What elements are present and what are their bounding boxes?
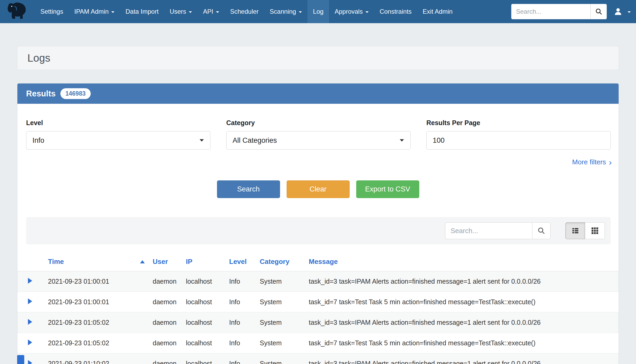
nav-item-label: Exit Admin <box>423 8 452 15</box>
filter-level: Level Info <box>26 119 210 150</box>
chevron-down-icon <box>628 11 631 13</box>
page-content: Logs Results 146983 Level Info Category … <box>0 23 636 364</box>
nav-item-label: Scanning <box>270 8 296 15</box>
cell-category: System <box>257 353 306 364</box>
navbar-right <box>511 0 636 23</box>
nav-item-label: Approvals <box>335 8 363 15</box>
row-expand-cell[interactable] <box>17 312 45 333</box>
cell-category: System <box>257 271 306 292</box>
grid-view-icon <box>591 227 599 235</box>
expand-arrow-icon <box>28 319 32 325</box>
actions-row: Search Clear Export to CSV <box>17 180 619 198</box>
cell-time: 2021-09-23 01:00:01 <box>45 292 150 312</box>
cell-message: task_id=3 task=IPAM Alerts action=finish… <box>306 271 619 292</box>
category-select[interactable]: All Categories <box>226 131 411 150</box>
row-expand-cell[interactable] <box>17 333 45 353</box>
nav-item-ipam-admin[interactable]: IPAM Admin <box>69 0 120 23</box>
cell-level: Info <box>226 292 257 312</box>
nav-item-label: Log <box>313 8 324 15</box>
chevron-down-icon <box>111 11 114 13</box>
column-header-level[interactable]: Level <box>226 253 257 271</box>
cell-user: daemon <box>150 312 183 333</box>
cell-message: task_id=7 task=Test Task 5 min action=fi… <box>306 292 619 312</box>
navbar-search-input[interactable] <box>511 4 590 19</box>
cell-ip: localhost <box>183 292 226 312</box>
nav-item-label: Scheduler <box>230 8 259 15</box>
results-per-page-input[interactable] <box>426 131 611 150</box>
nav-item-api[interactable]: API <box>197 0 225 23</box>
cell-ip: localhost <box>183 353 226 364</box>
nav-item-log[interactable]: Log <box>307 0 329 23</box>
cell-ip: localhost <box>183 271 226 292</box>
grid-view-button[interactable] <box>585 222 605 239</box>
per-page-label: Results Per Page <box>426 119 611 127</box>
cell-message: task_id=3 task=IPAM Alerts action=finish… <box>306 312 619 333</box>
filter-category: Category All Categories <box>226 119 411 150</box>
nav-item-label: Data Import <box>126 8 158 15</box>
search-icon <box>537 227 545 235</box>
bottom-left-button[interactable] <box>17 355 24 364</box>
cell-category: System <box>257 312 306 333</box>
level-select-value: Info <box>32 136 44 145</box>
table-row: 2021-09-23 01:05:02 daemon localhost Inf… <box>17 312 619 333</box>
user-menu[interactable] <box>614 7 631 16</box>
search-icon <box>595 8 603 15</box>
expand-arrow-icon <box>28 278 32 284</box>
navbar-search-group <box>511 4 607 19</box>
column-header-label: IP <box>186 258 192 265</box>
search-button[interactable]: Search <box>217 180 280 198</box>
app-logo[interactable] <box>0 0 35 23</box>
column-header-expand <box>17 253 45 271</box>
cell-level: Info <box>226 271 257 292</box>
nav-item-scheduler[interactable]: Scheduler <box>225 0 264 23</box>
cell-user: daemon <box>150 333 183 353</box>
list-view-icon <box>571 227 579 235</box>
nav-item-label: Constraints <box>380 8 412 15</box>
clear-button[interactable]: Clear <box>287 180 350 198</box>
page-title: Logs <box>27 52 50 64</box>
navbar-search-button[interactable] <box>590 4 607 19</box>
nav-item-constraints[interactable]: Constraints <box>374 0 417 23</box>
table-search-group <box>445 222 551 239</box>
table-search-input[interactable] <box>445 222 532 239</box>
nav-item-users[interactable]: Users <box>164 0 197 23</box>
table-search-button[interactable] <box>532 222 551 239</box>
more-filters-label: More filters <box>572 158 606 166</box>
column-header-label: User <box>153 258 168 265</box>
nav-item-approvals[interactable]: Approvals <box>329 0 374 23</box>
more-filters-row: More filters › <box>17 150 619 166</box>
nav-item-scanning[interactable]: Scanning <box>264 0 307 23</box>
export-csv-button[interactable]: Export to CSV <box>356 180 419 198</box>
more-filters-link[interactable]: More filters › <box>572 158 612 166</box>
view-toggle-group <box>565 222 605 239</box>
results-panel: Results 146983 Level Info Category All C… <box>17 83 619 364</box>
nav-item-label: API <box>203 8 213 15</box>
row-expand-cell[interactable] <box>17 292 45 312</box>
user-icon <box>614 7 623 16</box>
cell-message: task_id=3 task=IPAM Alerts action=finish… <box>306 353 619 364</box>
column-header-category[interactable]: Category <box>257 253 306 271</box>
nav-item-label: Users <box>170 8 186 15</box>
page-header: Logs <box>17 46 619 70</box>
results-panel-header: Results 146983 <box>17 83 619 104</box>
row-expand-cell[interactable] <box>17 271 45 292</box>
results-title: Results <box>26 89 56 99</box>
cell-ip: localhost <box>183 312 226 333</box>
column-header-message[interactable]: Message <box>306 253 619 271</box>
sort-ascending-icon <box>140 260 145 263</box>
category-label: Category <box>226 119 411 127</box>
column-header-label: Message <box>309 258 338 265</box>
expand-arrow-icon <box>28 298 32 304</box>
nav-item-data-import[interactable]: Data Import <box>120 0 164 23</box>
cell-category: System <box>257 333 306 353</box>
nav-item-exit-admin[interactable]: Exit Admin <box>417 0 458 23</box>
list-view-button[interactable] <box>565 222 585 239</box>
level-select[interactable]: Info <box>26 131 210 150</box>
nav-item-settings[interactable]: Settings <box>35 0 69 23</box>
column-header-user[interactable]: User <box>150 253 183 271</box>
column-header-ip[interactable]: IP <box>183 253 226 271</box>
column-header-time[interactable]: Time <box>45 253 150 271</box>
column-header-label: Category <box>260 258 290 265</box>
filters-row: Level Info Category All Categories Resul… <box>17 104 619 150</box>
cell-user: daemon <box>150 271 183 292</box>
